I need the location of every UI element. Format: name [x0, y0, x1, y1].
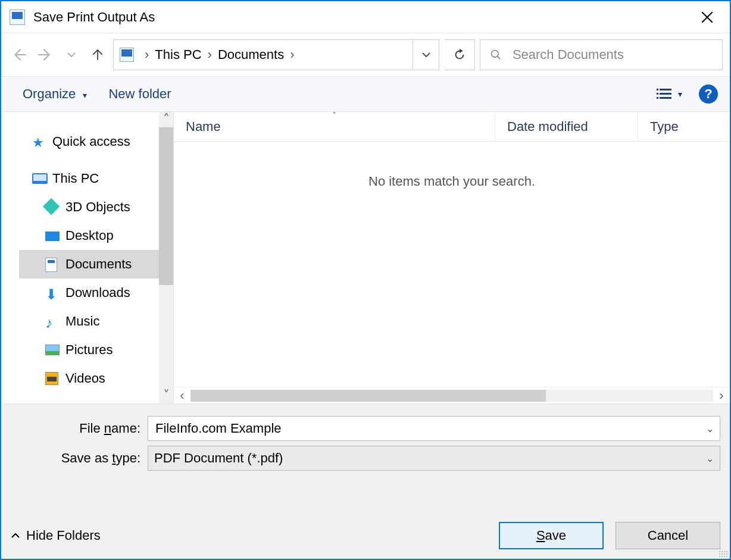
navigation-pane: ★ Quick access This PC 3D Objects Deskto… [1, 112, 174, 403]
sidebar-scrollbar[interactable]: ˄ ˅ [159, 112, 173, 403]
saveastype-value: PDF Document (*.pdf) [154, 450, 283, 466]
folder-icon [120, 48, 134, 62]
window-title: Save Print Output As [33, 10, 155, 25]
cube-icon [45, 201, 60, 214]
sidebar-item-label: Videos [65, 371, 105, 386]
svg-point-0 [491, 51, 498, 58]
sidebar-item-label: Desktop [65, 228, 114, 243]
new-folder-button[interactable]: New folder [108, 86, 171, 102]
svg-rect-5 [657, 97, 658, 99]
sidebar-item-label: Quick access [52, 134, 130, 149]
hide-folders-button[interactable]: Hide Folders [11, 528, 101, 543]
arrow-up-icon [90, 48, 105, 62]
chevron-down-icon [421, 50, 431, 60]
svg-rect-1 [657, 89, 658, 90]
sidebar-item-music[interactable]: ♪ Music [19, 307, 173, 336]
filename-label: File name: [11, 421, 148, 436]
document-icon [45, 258, 60, 271]
sidebar-item-pictures[interactable]: Pictures [19, 336, 173, 364]
horizontal-scrollbar[interactable]: ‹ › [174, 387, 730, 403]
star-icon: ★ [32, 135, 46, 148]
help-button[interactable]: ? [699, 85, 718, 104]
search-icon [490, 48, 502, 61]
scroll-thumb[interactable] [190, 390, 546, 402]
column-label: Date modified [507, 119, 588, 134]
titlebar: Save Print Output As [1, 1, 730, 33]
save-dialog-window: Save Print Output As › This PC › Documen… [0, 0, 731, 560]
arrow-right-icon [38, 47, 53, 62]
column-header-date-modified[interactable]: Date modified [495, 112, 638, 141]
computer-icon [32, 172, 46, 185]
breadcrumb-separator: › [284, 47, 300, 62]
button-row: Hide Folders Save Cancel [11, 522, 720, 549]
arrow-left-icon [11, 47, 27, 62]
cancel-label: Cancel [648, 528, 688, 543]
sidebar-item-this-pc[interactable]: This PC [19, 164, 173, 193]
sidebar-item-label: This PC [52, 171, 99, 186]
filename-input[interactable] [154, 420, 714, 437]
pictures-icon [45, 343, 60, 356]
column-header-name[interactable]: ˄ Name [174, 112, 495, 141]
search-box[interactable] [480, 39, 723, 70]
sidebar-item-quick-access[interactable]: ★ Quick access [19, 127, 173, 156]
svg-rect-3 [657, 93, 658, 95]
svg-rect-2 [660, 89, 671, 90]
view-options-button[interactable]: ▾ [657, 87, 682, 101]
forward-button[interactable] [35, 44, 56, 65]
scroll-up-arrow[interactable]: ˄ [159, 112, 173, 127]
up-button[interactable] [87, 44, 108, 65]
sidebar-item-3d-objects[interactable]: 3D Objects [19, 193, 173, 221]
toolbar: Organize ▾ New folder ▾ ? [1, 76, 730, 112]
svg-rect-6 [660, 97, 671, 99]
sidebar-item-label: Music [65, 314, 99, 329]
close-button[interactable] [689, 4, 725, 30]
scroll-track[interactable] [190, 390, 713, 402]
saveastype-label: Save as type: [11, 450, 148, 466]
column-header-type[interactable]: Type [638, 112, 730, 141]
sidebar-item-downloads[interactable]: ⬇ Downloads [19, 279, 173, 307]
desktop-icon [45, 229, 60, 242]
address-bar[interactable]: › This PC › Documents › [113, 39, 439, 70]
download-icon: ⬇ [45, 286, 60, 299]
scroll-left-arrow[interactable]: ‹ [174, 388, 190, 403]
sidebar-item-videos[interactable]: Videos [19, 364, 173, 393]
sidebar-item-label: Pictures [65, 342, 113, 358]
sidebar-item-label: 3D Objects [65, 199, 130, 215]
breadcrumb-this-pc[interactable]: This PC [155, 47, 201, 62]
filename-field[interactable]: ⌄ [148, 416, 720, 441]
sort-caret-icon: ˄ [332, 111, 336, 120]
scroll-right-arrow[interactable]: › [713, 388, 730, 403]
scroll-thumb[interactable] [159, 127, 173, 285]
chevron-down-icon[interactable]: ⌄ [706, 453, 714, 464]
search-input[interactable] [511, 46, 713, 63]
sidebar-item-desktop[interactable]: Desktop [19, 221, 173, 250]
column-label: Name [186, 119, 221, 134]
file-list-pane: ˄ Name Date modified Type No items match… [174, 112, 730, 403]
back-button[interactable] [8, 44, 30, 65]
saveastype-field[interactable]: PDF Document (*.pdf) ⌄ [148, 446, 720, 471]
chevron-down-icon [67, 50, 76, 60]
recent-locations-button[interactable] [61, 44, 82, 65]
refresh-icon [453, 48, 466, 61]
bottom-panel: File name: ⌄ Save as type: PDF Document … [1, 403, 730, 559]
cancel-button[interactable]: Cancel [616, 522, 720, 549]
sidebar-item-label: Documents [65, 256, 132, 272]
svg-rect-4 [660, 93, 671, 95]
breadcrumb-separator: › [202, 47, 218, 62]
address-dropdown[interactable] [413, 40, 439, 70]
hide-folders-label: Hide Folders [26, 528, 101, 543]
refresh-button[interactable] [444, 39, 475, 70]
breadcrumb-separator: › [139, 47, 155, 62]
save-button[interactable]: Save [499, 522, 604, 549]
sidebar-item-documents[interactable]: Documents [19, 250, 173, 279]
scroll-down-arrow[interactable]: ˅ [159, 388, 173, 403]
chevron-down-icon: ▾ [678, 89, 682, 99]
breadcrumb-documents[interactable]: Documents [218, 47, 284, 62]
videos-icon [45, 372, 60, 385]
main-area: ★ Quick access This PC 3D Objects Deskto… [1, 112, 730, 403]
organize-button[interactable]: Organize ▾ [23, 86, 87, 102]
chevron-up-icon [11, 531, 20, 540]
chevron-down-icon[interactable]: ⌄ [706, 423, 714, 434]
column-label: Type [650, 119, 679, 134]
navigation-row: › This PC › Documents › [1, 33, 730, 76]
